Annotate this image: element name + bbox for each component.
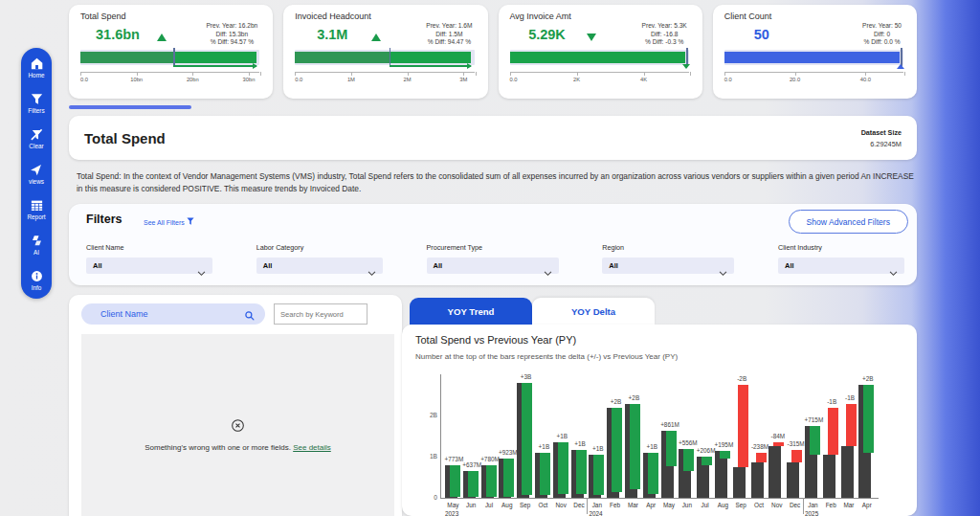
chart-bar-delta [720, 451, 730, 459]
see-all-filters-link[interactable]: See All Filters [144, 217, 194, 227]
chart-bar-delta [612, 408, 622, 492]
chart-delta-label: -84M [771, 433, 786, 439]
kpi-title: Avg Invoice Amt [510, 11, 691, 21]
title-card: Total Spend Dataset Size 6.29245M [69, 116, 917, 160]
chart-bar-delta [773, 442, 784, 446]
filter-label: Client Industry [778, 243, 904, 252]
filter-labor-category: Labor CategoryAll [256, 243, 383, 274]
chart-bar-current [841, 446, 854, 498]
chart-bar-current [733, 467, 746, 498]
kpi-card-row: Total Spend31.6bnPrev. Year: 16.2bnDiff:… [69, 5, 917, 99]
chart-bar-delta [828, 408, 838, 455]
filter-procurement-type: Procurement TypeAll [427, 243, 559, 274]
show-advanced-filters-button[interactable]: Show Advanced Filters [789, 210, 908, 234]
filter-dropdown-procurement-type[interactable]: All [427, 258, 559, 274]
tab-yoy-delta[interactable]: YOY Delta [532, 298, 655, 325]
kpi-diff: Diff: -16.8 [642, 31, 687, 39]
chart-bar-delta [683, 449, 694, 472]
chart-delta-label: -238M [751, 443, 768, 450]
see-details-link[interactable]: See details [293, 443, 331, 452]
kpi-diff: Diff: 1.5M [426, 31, 472, 39]
client-name-panel-header: Client Name [69, 295, 402, 325]
filter-dropdown-row: Client NameAllLabor CategoryAllProcureme… [86, 243, 904, 274]
chart-delta-label: +1B [592, 445, 604, 452]
filter-dropdown-client-industry[interactable]: All [778, 258, 904, 274]
sidebar-item-clear[interactable]: Clear [29, 127, 43, 149]
chart-month-label: Dec [790, 502, 800, 508]
chart-month-label: Sep [520, 502, 530, 508]
chart-month-label: Jun [682, 502, 692, 508]
kpi-diff: Diff: 15.3bn [206, 31, 257, 39]
horizontal-scrollbar-thumb[interactable] [69, 105, 191, 109]
field-pill-client-name[interactable]: Client Name [81, 303, 265, 325]
search-icon[interactable] [244, 308, 256, 320]
gauge-target-line [173, 48, 175, 66]
kpi-comparison: Prev. Year: 5.3KDiff: -16.8% Diff: -0.3 … [642, 22, 691, 47]
tab-yoy-trend[interactable]: YOY Trend [410, 298, 532, 325]
chart-y-axis [440, 374, 441, 498]
chart-bar-delta [593, 455, 604, 495]
clear-filters-icon [30, 127, 44, 142]
gauge-axis-line [80, 72, 259, 73]
chart-delta-label: +206M [697, 447, 716, 454]
chart-delta-label: +1B [539, 443, 550, 450]
gauge-target-line [390, 48, 391, 66]
sidebar-item-views[interactable]: views [29, 163, 44, 185]
chart-bar-current [751, 462, 764, 498]
error-circle-x-icon [231, 418, 245, 433]
filter-selected-value: All [93, 261, 102, 270]
chart-month-label: Jan [808, 502, 817, 508]
nav-sidebar: HomeFiltersClearviewsReportAIInfo [21, 48, 52, 299]
kpi-gauge [724, 49, 905, 69]
dataset-size: Dataset Size 6.29245M [861, 128, 902, 148]
chart-bar-delta [558, 442, 568, 494]
kpi-comparison: Prev. Year: 50Diff: 0% Diff: 0.0 % [862, 22, 905, 47]
chart-month-label: Jan [592, 502, 602, 508]
sidebar-item-filters[interactable]: Filters [28, 92, 44, 114]
chart-month-label: Mar [628, 502, 638, 508]
sidebar-item-label: Home [28, 72, 44, 79]
filter-dropdown-labor-category[interactable]: All [256, 258, 383, 274]
report-icon [30, 198, 44, 213]
kpi-value: 50 [724, 27, 799, 42]
chart-month-label: Aug [501, 502, 512, 508]
filter-dropdown-region[interactable]: All [602, 258, 734, 274]
field-pill-label: Client Name [100, 309, 148, 319]
sidebar-item-label: views [29, 178, 44, 185]
page-title: Total Spend [84, 130, 166, 146]
chart-subtitle: Number at the top of the bars represents… [415, 352, 678, 361]
keyword-search-input[interactable] [274, 303, 368, 325]
sidebar-item-label: AI [33, 249, 39, 256]
kpi-value: 5.29K [510, 27, 585, 42]
chevron-down-icon [368, 263, 376, 269]
chart-month-label: Nov [556, 502, 567, 508]
chart-card: Total Spend vs Previous Year (PY) Number… [402, 325, 917, 516]
chart-bar-delta [648, 453, 658, 494]
filter-label: Region [602, 243, 734, 252]
sidebar-item-label: Report [27, 213, 45, 220]
chart-month-label: Mar [843, 502, 854, 508]
chart-bar-current [823, 455, 835, 498]
gauge-tick-label: 1M [347, 77, 355, 82]
chart-bar-delta [738, 385, 748, 467]
chart-month-label: Aug [718, 502, 728, 508]
sidebar-item-home[interactable]: Home [28, 56, 44, 79]
chart-month-label: Feb [610, 502, 620, 508]
chart-bar-delta [846, 404, 857, 446]
trend-up-icon [157, 34, 167, 41]
gauge-tick-label: 0.0 [80, 77, 88, 82]
filter-selected-value: All [785, 261, 794, 270]
sidebar-item-report[interactable]: Report [27, 198, 45, 220]
chart-bar-delta [791, 450, 802, 462]
chart-year-label: 2024 [589, 510, 602, 516]
sidebar-item-info[interactable]: Info [30, 269, 44, 291]
chart-year-label: 2023 [445, 510, 458, 516]
filters-card: Filters See All Filters Show Advanced Fi… [69, 204, 917, 285]
sidebar-item-ai[interactable]: AI [30, 234, 44, 256]
gauge-bar-left [80, 52, 173, 63]
filter-selected-value: All [263, 261, 273, 270]
filter-dropdown-client-name[interactable]: All [86, 258, 212, 274]
chart-delta-label: +2B [862, 375, 874, 382]
ai-icon [30, 234, 44, 248]
chart-delta-label: +556M [679, 439, 698, 446]
